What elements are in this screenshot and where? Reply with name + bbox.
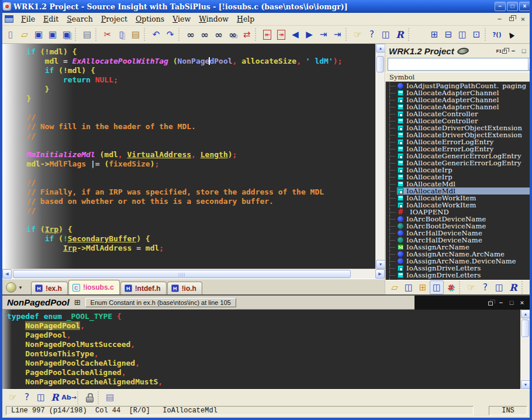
symbol-list-item[interactable]: #_IOAPPEND <box>386 209 530 216</box>
open-folder-button[interactable]: ▱ <box>18 27 32 41</box>
symbol-list-item[interactable]: IoAssignDriveLetters <box>386 272 530 279</box>
panel-minimize-button[interactable]: − <box>509 47 517 55</box>
step-back-button[interactable]: ↞ <box>260 27 274 41</box>
mdi-restore-button[interactable] <box>506 15 516 23</box>
lookup-book-button[interactable]: ◫ <box>34 391 48 405</box>
save-button[interactable]: ▣ <box>32 27 46 41</box>
symbol-list-item[interactable]: IoAllocateMdl <box>386 181 530 188</box>
lookup-book-button[interactable]: ◫ <box>492 280 506 294</box>
lock-button[interactable] <box>82 391 96 405</box>
hash-target-button[interactable]: # <box>444 280 458 294</box>
panel-maximize-button[interactable]: □ <box>520 47 528 55</box>
file-tab-ntdef.h[interactable]: H!ntdef.h <box>120 282 167 294</box>
file-tab-iosubs.c[interactable]: C!iosubs.c <box>68 280 120 294</box>
scroll-down-icon[interactable]: ▼ <box>376 260 385 269</box>
symbol-list-item[interactable]: IoAllocateDriverObjectExtension <box>386 124 530 131</box>
scroll-left-icon[interactable]: ◀ <box>2 269 12 279</box>
file-props-button[interactable]: ▤ <box>103 391 117 405</box>
symbol-list-item[interactable]: IoAdjustPagingPathCount._paging <box>386 82 530 89</box>
file-tab-ex.h[interactable]: H!ex.h <box>31 282 68 294</box>
browse-hand-button[interactable]: ☞ <box>6 391 20 405</box>
menu-edit[interactable]: Edit <box>39 13 63 25</box>
close-button[interactable]: × <box>519 2 530 11</box>
project-list-button[interactable]: ◫ <box>402 280 416 294</box>
select-cursor-button[interactable]: ▲ <box>504 27 518 41</box>
context-info-button[interactable]: Enum Constant in ex.h (base\ntos\inc) at… <box>85 298 236 307</box>
new-file-button[interactable]: ▯ <box>4 27 18 41</box>
panel-header[interactable]: WRK1.2 Project F1 − □ × <box>385 44 530 57</box>
context-scrollbar[interactable]: ▲ ▼ <box>520 310 530 389</box>
code-editor[interactable]: if (!mdl) { mdl = ExAllocatePoolWithTag … <box>2 44 375 269</box>
context-scroll-down-icon[interactable]: ▼ <box>521 380 530 389</box>
file-tab-io.h[interactable]: H!io.h <box>167 282 202 294</box>
tile-vert-button[interactable]: ◫ <box>455 27 469 41</box>
find-files-button[interactable]: ∞ <box>226 27 240 41</box>
redo-button[interactable]: ↷ <box>163 27 177 41</box>
find-next-button[interactable]: ∞ <box>212 27 226 41</box>
symbol-column-header[interactable]: Symbol <box>385 72 530 82</box>
symbol-list-item[interactable]: IoAssignDriveLetters <box>386 265 530 272</box>
panel-float-button[interactable]: F1 <box>496 47 507 55</box>
context-help-button[interactable]: ? <box>478 280 492 294</box>
menu-options[interactable]: Options <box>132 13 168 25</box>
symbol-filter-input[interactable] <box>388 58 528 70</box>
symbol-list-item[interactable]: IoAllocateAdapterChannel <box>386 103 530 110</box>
nav-back-button[interactable]: ◀ <box>288 27 302 41</box>
symbol-list-item[interactable]: IoArcBootDeviceName <box>386 223 530 230</box>
symbol-list-item[interactable]: IoAllocateWorkItem <box>386 202 530 209</box>
browse-hand-button[interactable]: ☞ <box>351 27 365 41</box>
menu-view[interactable]: View <box>168 13 195 25</box>
symbol-list-item[interactable]: IoAllocateGenericErrorLogEntry <box>386 152 530 159</box>
symbol-list-item[interactable]: IoAllocateErrorLogEntry <box>386 138 530 145</box>
context-window-header[interactable]: NonPagedPool ⊞ Enum Constant in ex.h (ba… <box>2 296 530 310</box>
scrollbar-thumb[interactable] <box>521 320 529 337</box>
r-script-button[interactable]: R <box>506 280 520 294</box>
mdi-close-button[interactable]: × <box>518 15 528 23</box>
save-query-button[interactable]: ▣ <box>46 27 60 41</box>
symbol-list-item[interactable]: IoAllocateGenericErrorLogEntry <box>386 159 530 166</box>
symbol-list-item[interactable]: IoArcHalDeviceName <box>386 237 530 244</box>
find-prev-button[interactable]: ∞ <box>198 27 212 41</box>
copy-button[interactable]: ▯ <box>115 27 129 41</box>
r-script-button[interactable]: R <box>393 27 407 41</box>
mdi-minimize-button[interactable]: − <box>495 15 505 23</box>
context-help-button[interactable]: ? <box>365 27 379 41</box>
symbol-list-item[interactable]: IoAllocateAdapterChannel <box>386 96 530 103</box>
symbol-list-item[interactable]: IoAssignArcName.DeviceName <box>386 258 530 265</box>
symbol-list-item[interactable]: IoAllocateIrp <box>386 166 530 173</box>
menu-help[interactable]: Help <box>233 13 258 25</box>
scrollbar-thumb[interactable] <box>376 56 384 72</box>
rename-ab-button[interactable]: Ab→ <box>62 391 76 405</box>
scrollbar-thumb[interactable]: |||| <box>13 270 351 278</box>
paste-button[interactable]: ▤ <box>129 27 143 41</box>
cascade-button[interactable]: ⊡ <box>469 27 483 41</box>
symbol-list-item[interactable]: IoAllocateController <box>386 117 530 124</box>
symbol-list-item[interactable]: IoArcBootDeviceName <box>386 216 530 223</box>
symbol-list-item[interactable]: IoArcHalDeviceName <box>386 230 530 237</box>
print-button[interactable]: ▤ <box>80 27 94 41</box>
symbol-filter-combo[interactable]: ▼ <box>388 58 530 71</box>
context-help-button[interactable]: ? <box>20 391 34 405</box>
r-script-button[interactable]: R <box>48 391 62 405</box>
project-blocks-button[interactable]: ⊞ <box>416 280 430 294</box>
undo-button[interactable]: ↶ <box>149 27 163 41</box>
context-scroll-up-icon[interactable]: ▲ <box>521 310 530 318</box>
step-fwd-button[interactable]: ↠ <box>274 27 288 41</box>
context-float-button[interactable] <box>486 298 495 307</box>
symbol-list-item[interactable]: IoAssignArcName.ArcName <box>386 251 530 258</box>
context-minimize-button[interactable]: − <box>497 298 505 307</box>
help-paren-button[interactable]: ?() <box>490 27 504 41</box>
goto-def-button[interactable]: ⇥ <box>316 27 330 41</box>
scroll-right-icon[interactable]: ▶ <box>375 269 385 279</box>
symbol-list-item[interactable]: IoAllocateWorkItem <box>386 195 530 202</box>
replace-xy-button[interactable]: ⇄ <box>240 27 254 41</box>
menu-window[interactable]: Window <box>195 13 233 25</box>
maximize-button[interactable]: □ <box>507 2 518 11</box>
tab-menu-button[interactable]: ▼ <box>6 282 23 293</box>
symbol-list-item[interactable]: IoAllocateIrp <box>386 173 530 181</box>
symbol-list-item[interactable]: IoAllocateAdapterChannel <box>386 89 530 96</box>
more-button[interactable]: ◫ <box>527 280 530 294</box>
book-open-button[interactable]: ◫ <box>430 280 444 294</box>
context-maximize-button[interactable]: □ <box>507 298 516 307</box>
menu-search[interactable]: Search <box>63 13 96 25</box>
